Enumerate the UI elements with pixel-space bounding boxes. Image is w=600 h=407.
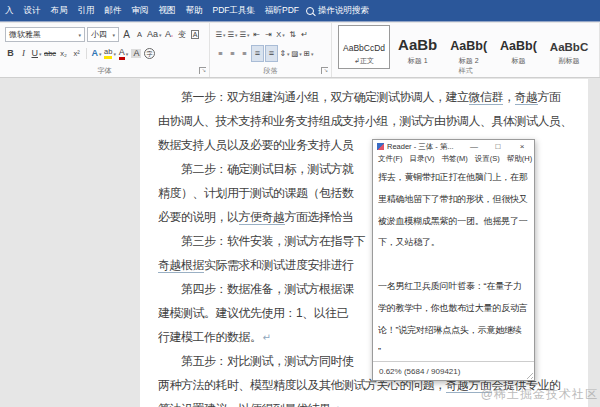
reader-menu-item[interactable]: 文件(F): [378, 154, 403, 164]
document-canvas: 第一步：双方组建沟通小组，双方确定测试协调人，建立微信群，奇越方面 由协调人、技…: [0, 79, 600, 407]
character-shading-icon[interactable]: A: [131, 46, 142, 61]
paragraph-group: ☰☰☰⇤⇥X⇅↵ ≡≡≡≡≡⇕▨⊞ 段落: [210, 23, 332, 77]
shading-icon[interactable]: ▨: [291, 46, 302, 61]
decrease-indent-icon[interactable]: ⇤: [251, 27, 262, 42]
word-window: 入设计布局引用邮件审阅视图帮助PDF工具集福昕PDF 操作说明搜索 微软雅黑 小…: [0, 0, 600, 407]
ribbon-tab[interactable]: 福昕PDF: [260, 5, 304, 17]
ribbon-tab[interactable]: 布局: [46, 5, 73, 17]
font-name-combo[interactable]: 微软雅黑: [5, 27, 85, 42]
line-spacing-icon[interactable]: ⇕: [279, 46, 290, 61]
reader-line: 被淤血模糊成黑紫的一团。他摇晃了一: [378, 211, 529, 233]
grow-font-icon[interactable]: A: [121, 27, 132, 42]
ribbon-tab[interactable]: 邮件: [100, 5, 127, 17]
justify-icon[interactable]: ≡: [251, 45, 264, 62]
reader-content[interactable]: 挥去，黄铜带扣正打在他脑门上，在那里精确地留下了带扣的形状，但很快又被淤血模糊成…: [373, 165, 534, 361]
reader-line: 里精确地留下了带扣的形状，但很快又: [378, 189, 529, 211]
maximize-button[interactable]: □: [486, 140, 510, 153]
show-marks-icon[interactable]: ↵: [299, 27, 310, 42]
reader-line: 挥去，黄铜带扣正打在他脑门上，在那: [378, 167, 529, 189]
highlight-color-icon[interactable]: ab: [104, 46, 116, 61]
reader-line: ”: [378, 341, 529, 361]
reader-title: Reader - 三体 - 第...: [387, 142, 454, 152]
ribbon-tab[interactable]: 审阅: [127, 5, 154, 17]
style-chip[interactable]: AaBbCcDd 不明显强调: [596, 25, 600, 69]
style-chip[interactable]: AaBb( 标题 2: [445, 25, 492, 69]
reader-progress: 0.62% (5684 / 909421): [379, 367, 460, 376]
borders-icon[interactable]: ⊞: [303, 46, 314, 61]
reader-line: 一名男红卫兵质问叶哲泰：“在量子力: [378, 276, 529, 298]
reader-line: [378, 254, 529, 276]
document-line[interactable]: 由协调人、技术支持和业务支持组成支持小组，测试方由协调人、具体测试人员、: [158, 109, 576, 133]
reader-window-controls: —□×: [462, 140, 534, 153]
document-line[interactable]: 第一步：双方组建沟通小组，双方确定测试协调人，建立微信群，奇越方面: [158, 85, 576, 109]
ribbon-tab[interactable]: 视图: [154, 5, 181, 17]
align-left-icon[interactable]: ≡: [215, 46, 226, 61]
paragraph-mark: ↵: [263, 332, 271, 343]
ribbon-tab[interactable]: 帮助: [181, 5, 208, 17]
style-chip[interactable]: AaBbCcDd ↲正文: [338, 25, 390, 69]
style-chip[interactable]: AaBb 标题 1: [393, 25, 442, 69]
reader-menu-item[interactable]: 设置(S): [475, 154, 500, 164]
search-icon: [306, 7, 314, 15]
divider: [86, 48, 87, 59]
reader-titlebar[interactable]: Reader - 三体 - 第... —□×: [373, 140, 534, 153]
style-chip[interactable]: AaBbC 副标题: [545, 25, 593, 69]
reader-app-icon: [377, 143, 384, 150]
character-border-icon[interactable]: A: [190, 27, 201, 42]
reader-menu-item[interactable]: 书签(M): [442, 154, 468, 164]
style-gallery: AaBbCcDd ↲正文 AaBb 标题 1 AaBb( 标题 2 A: [338, 25, 600, 69]
ribbon-tab[interactable]: 入: [0, 5, 19, 17]
paragraph-group-label: 段落: [210, 66, 331, 76]
styles-group-label: 样式: [332, 66, 599, 76]
reader-line: 论！”说完对绍琳点点头，示意她继续: [378, 320, 529, 342]
search-label: 操作说明搜索: [318, 5, 369, 17]
tell-me-search[interactable]: 操作说明搜索: [306, 0, 369, 22]
reader-statusbar: 0.62% (5684 / 909421): [373, 361, 534, 380]
reader-menubar: 文件(F)目录(V)书签(M)设置(S)帮助(H): [373, 153, 534, 165]
phonetic-guide-icon[interactable]: 变: [177, 27, 188, 42]
font-size-combo[interactable]: 小四: [87, 27, 119, 42]
ribbon-tab[interactable]: 引用: [73, 5, 100, 17]
reader-menu-item[interactable]: 帮助(H): [507, 154, 532, 164]
align-center-icon[interactable]: ≡: [227, 46, 238, 61]
sort-icon[interactable]: ⇅: [287, 27, 298, 42]
distribute-icon[interactable]: ≡: [265, 45, 278, 62]
resize-grip-icon[interactable]: [524, 370, 533, 379]
subscript-icon[interactable]: x₂: [58, 46, 69, 61]
ribbon: 微软雅黑 小四 AAAaA变A BIUabcx₂x² AabAA字 字体: [0, 23, 600, 78]
font-color-icon[interactable]: A: [118, 46, 129, 61]
multilevel-list-icon[interactable]: ☰: [239, 27, 250, 42]
clear-formatting-icon[interactable]: A: [164, 27, 175, 42]
italic-icon[interactable]: I: [18, 46, 29, 61]
reader-line: 下，又站稳了。: [378, 232, 529, 254]
enclose-characters-icon[interactable]: 字: [144, 46, 155, 61]
font-group: 微软雅黑 小四 AAAaA变A BIUabcx₂x² AabAA字 字体: [0, 23, 210, 77]
font-group-label: 字体: [0, 66, 209, 76]
bullets-icon[interactable]: ☰: [215, 27, 226, 42]
strikethrough-icon[interactable]: abc: [44, 46, 56, 61]
reader-window: Reader - 三体 - 第... —□× 文件(F)目录(V)书签(M)设置…: [372, 139, 535, 381]
shrink-font-icon[interactable]: A: [134, 27, 145, 42]
reader-line: 学的教学中，你也散布过大量的反动言: [378, 298, 529, 320]
close-button[interactable]: ×: [510, 140, 534, 153]
watermark: @稀土掘金技术社区: [481, 386, 598, 403]
numbering-icon[interactable]: ☰: [227, 27, 238, 42]
underline-icon[interactable]: U: [31, 46, 42, 61]
paragraph-dialog-launcher[interactable]: [321, 67, 328, 74]
styles-group: AaBbCcDd ↲正文 AaBb 标题 1 AaBb( 标题 2 A: [332, 23, 600, 77]
align-right-icon[interactable]: ≡: [239, 46, 250, 61]
font-dialog-launcher[interactable]: [199, 67, 206, 74]
increase-indent-icon[interactable]: ⇥: [263, 27, 274, 42]
reader-menu-item[interactable]: 目录(V): [410, 154, 435, 164]
ribbon-tabbar: 入设计布局引用邮件审阅视图帮助PDF工具集福昕PDF: [0, 0, 600, 22]
ribbon-tab[interactable]: PDF工具集: [208, 5, 261, 17]
text-effects-icon[interactable]: A: [91, 46, 102, 61]
superscript-icon[interactable]: x²: [71, 46, 82, 61]
style-chip[interactable]: AaBb( 标题: [495, 25, 542, 69]
bold-icon[interactable]: B: [5, 46, 16, 61]
minimize-button[interactable]: —: [462, 140, 486, 153]
change-case-icon[interactable]: Aa: [147, 27, 162, 42]
asian-layout-icon[interactable]: X: [275, 27, 286, 42]
ribbon-tab[interactable]: 设计: [19, 5, 46, 17]
